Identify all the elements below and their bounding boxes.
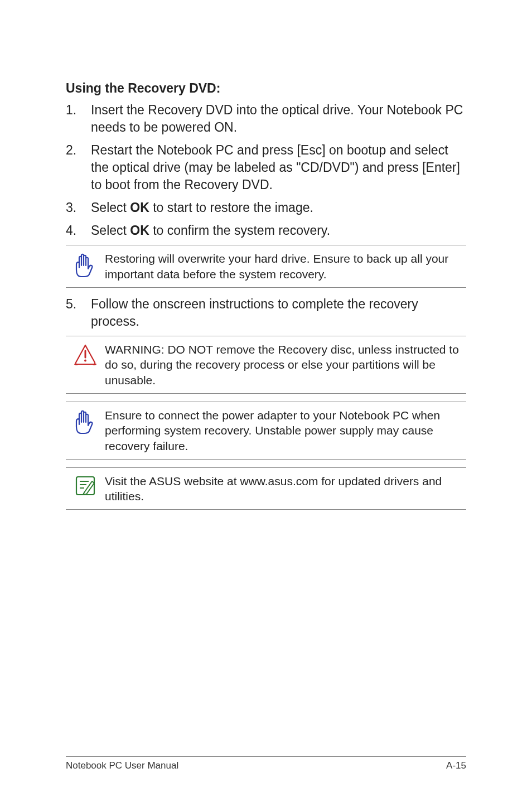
step-text: Select OK to confirm the system recovery… [91,222,466,239]
step-number: 4. [66,222,91,239]
callout-text: Visit the ASUS website at www.asus.com f… [105,474,466,504]
callout-important-1: Restoring will overwrite your hard drive… [66,245,466,288]
step-text-part: to start to restore the image. [149,200,313,215]
step-bold: OK [130,223,149,238]
section-heading: Using the Recovery DVD: [66,81,466,96]
hand-stop-icon [66,251,105,278]
step-number: 3. [66,199,91,216]
step-text: Follow the onscreen instructions to comp… [91,296,466,330]
step-1: 1. Insert the Recovery DVD into the opti… [66,102,466,136]
step-number: 2. [66,142,91,194]
step-text: Insert the Recovery DVD into the optical… [91,102,466,136]
step-2: 2. Restart the Notebook PC and press [Es… [66,142,466,194]
page-footer: Notebook PC User Manual A-15 [66,756,466,771]
step-4: 4. Select OK to confirm the system recov… [66,222,466,239]
footer-title: Notebook PC User Manual [66,760,178,771]
step-3: 3. Select OK to start to restore the ima… [66,199,466,216]
step-text: Select OK to start to restore the image. [91,199,466,216]
step-number: 1. [66,102,91,136]
step-bold: OK [130,200,149,215]
step-text-part: Select [91,200,130,215]
callout-note: Visit the ASUS website at www.asus.com f… [66,467,466,510]
step-number: 5. [66,296,91,330]
hand-stop-icon [66,408,105,434]
step-text-part: Select [91,223,130,238]
callout-text: Restoring will overwrite your hard drive… [105,251,466,282]
callout-text: Ensure to connect the power adapter to y… [105,408,466,453]
footer-page-number: A-15 [446,760,466,771]
callout-important-2: Ensure to connect the power adapter to y… [66,402,466,460]
step-text-part: to confirm the system recovery. [149,223,330,238]
svg-point-1 [84,360,86,362]
step-text: Restart the Notebook PC and press [Esc] … [91,142,466,194]
callout-text: WARNING: DO NOT remove the Recovery disc… [105,342,466,388]
callout-warning: WARNING: DO NOT remove the Recovery disc… [66,336,466,394]
warning-icon [66,342,105,366]
step-5: 5. Follow the onscreen instructions to c… [66,296,466,330]
note-icon [66,474,105,497]
